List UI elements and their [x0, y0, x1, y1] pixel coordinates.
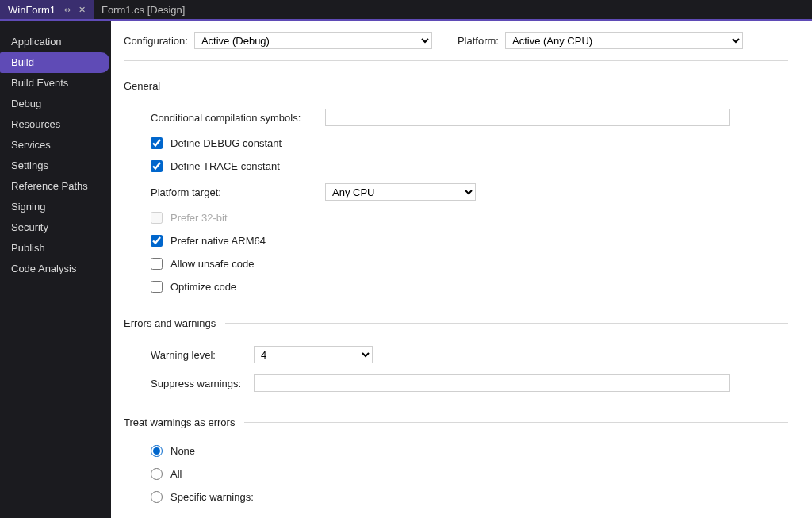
allow-unsafe-label: Allow unsafe code	[170, 258, 255, 270]
section-treat-header: Treat warnings as errors	[124, 416, 788, 428]
divider	[244, 422, 788, 423]
sidebar-item-code-analysis[interactable]: Code Analysis	[0, 259, 111, 279]
sidebar-item-reference-paths[interactable]: Reference Paths	[0, 176, 111, 197]
sidebar-item-resources[interactable]: Resources	[0, 114, 111, 135]
sidebar-item-settings[interactable]: Settings	[0, 155, 111, 176]
platform-target-label: Platform target:	[151, 186, 325, 198]
cond-symbols-label: Conditional compilation symbols:	[151, 112, 325, 124]
prefer-32bit-label: Prefer 32-bit	[170, 212, 228, 224]
divider	[225, 323, 788, 324]
section-title: Errors and warnings	[124, 317, 216, 329]
tab-winform1[interactable]: WinForm1 ⇴ ✕	[0, 0, 94, 19]
tab-title: Form1.cs [Design]	[102, 4, 185, 16]
prefer-arm64-checkbox[interactable]	[151, 235, 163, 247]
configuration-label: Configuration:	[124, 35, 188, 47]
treat-all-label: All	[170, 468, 182, 480]
warning-level-label: Warning level:	[151, 349, 254, 361]
treat-specific-label: Specific warnings:	[170, 491, 254, 503]
sidebar: Application Build Build Events Debug Res…	[0, 21, 111, 518]
treat-none-radio[interactable]	[151, 445, 163, 457]
platform-select[interactable]: Active (Any CPU)	[505, 32, 743, 49]
section-general-header: General	[124, 80, 788, 92]
treat-none-label: None	[170, 445, 195, 457]
cond-symbols-input[interactable]	[325, 109, 730, 126]
platform-target-select[interactable]: Any CPU	[325, 183, 476, 201]
define-debug-label: Define DEBUG constant	[170, 137, 282, 149]
prefer-32bit-checkbox	[151, 212, 163, 224]
treat-all-radio[interactable]	[151, 468, 163, 480]
configuration-select[interactable]: Active (Debug)	[194, 32, 432, 49]
sidebar-item-build-events[interactable]: Build Events	[0, 73, 111, 94]
tab-bar: WinForm1 ⇴ ✕ Form1.cs [Design]	[0, 0, 812, 21]
define-trace-checkbox[interactable]	[151, 160, 163, 172]
optimize-code-label: Optimize code	[170, 281, 236, 293]
tab-form1-design[interactable]: Form1.cs [Design]	[94, 0, 193, 19]
section-warnings-header: Errors and warnings	[124, 317, 788, 329]
sidebar-item-publish[interactable]: Publish	[0, 238, 111, 259]
pin-icon[interactable]: ⇴	[63, 5, 71, 15]
define-trace-label: Define TRACE constant	[170, 160, 280, 172]
tab-title: WinForm1	[8, 4, 56, 16]
properties-pane: Configuration: Active (Debug) Platform: …	[111, 21, 812, 518]
prefer-arm64-label: Prefer native ARM64	[170, 235, 266, 247]
sidebar-item-signing[interactable]: Signing	[0, 197, 111, 217]
warning-level-select[interactable]: 4	[254, 346, 373, 363]
allow-unsafe-checkbox[interactable]	[151, 258, 163, 270]
sidebar-item-debug[interactable]: Debug	[0, 94, 111, 114]
treat-specific-radio[interactable]	[151, 491, 163, 503]
sidebar-item-application[interactable]: Application	[0, 32, 111, 52]
divider	[170, 86, 788, 86]
platform-label: Platform:	[458, 35, 499, 47]
sidebar-item-build[interactable]: Build	[0, 52, 109, 73]
sidebar-item-security[interactable]: Security	[0, 217, 111, 238]
close-icon[interactable]: ✕	[79, 5, 86, 15]
section-title: Treat warnings as errors	[124, 416, 235, 428]
optimize-code-checkbox[interactable]	[151, 281, 163, 293]
suppress-warnings-label: Suppress warnings:	[151, 378, 254, 389]
config-platform-row: Configuration: Active (Debug) Platform: …	[124, 32, 788, 61]
define-debug-checkbox[interactable]	[151, 137, 163, 149]
sidebar-item-services[interactable]: Services	[0, 135, 111, 155]
section-title: General	[124, 80, 160, 92]
suppress-warnings-input[interactable]	[254, 374, 730, 392]
